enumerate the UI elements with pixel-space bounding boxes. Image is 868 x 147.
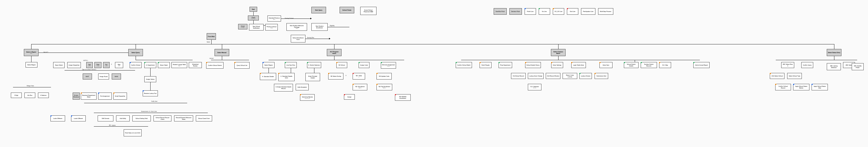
- node-label: Attended Previousyear: [269, 17, 280, 20]
- node-label: Zonedchange: [241, 25, 245, 28]
- node-label: Assign Route: [99, 76, 108, 77]
- node-label: Query School List: [237, 65, 247, 66]
- node-start: Start: [250, 7, 257, 12]
- node: Looks Different: [51, 116, 65, 121]
- node: Info Box: [24, 93, 35, 98]
- node-label: Record/General Welcome Sheet: [175, 117, 192, 120]
- legend-item: Finish Line: [525, 8, 536, 15]
- node: Scheduled Review: [189, 62, 202, 68]
- node-label: Previous Schoolheld: [267, 26, 276, 29]
- node: Mapview: [115, 62, 123, 68]
- connector: [211, 60, 249, 60]
- node-label: Select Campus Match: [552, 51, 564, 54]
- node: A- Standard Details: [260, 73, 276, 80]
- node-label: Skill Domain: [102, 118, 109, 119]
- edge-label: manual: [209, 58, 214, 59]
- edge-label: if: [111, 64, 112, 65]
- node-label: Lookup Zone Change: [529, 75, 542, 77]
- node-label: ND- Valueis: [356, 75, 362, 78]
- edge-label: Type of a school -NOTE 2-: [82, 69, 97, 70]
- node-label: Admin Annual Report: [695, 64, 708, 66]
- legend: Start/End Point Decision Point Finish Li…: [494, 8, 613, 15]
- node: A- Standard Details GGG: [278, 73, 294, 81]
- node-label: ALF Program Admit: [328, 51, 340, 54]
- node: ND-Trig Enrollmentopens: [376, 84, 392, 90]
- edge-label: Eligibility: [329, 25, 335, 26]
- node: Review Lookup Tableinput: [172, 62, 187, 68]
- node: Dateverify: [94, 62, 101, 68]
- node-label: S.D. Selectionreturns: [530, 86, 539, 89]
- node-label: Old School Record: [513, 75, 524, 77]
- legend-label: End Line: [570, 10, 575, 12]
- node-label: Info Box: [27, 95, 32, 96]
- node-label: Confirm School Match: [457, 64, 470, 66]
- node-label: Login Fields Enter: [573, 64, 584, 66]
- node: Assign Code: [359, 62, 369, 68]
- legend-label: Participation Line: [583, 10, 593, 12]
- legend-item: Decision Point: [509, 8, 522, 15]
- node-label: Checkcondition: [251, 17, 255, 20]
- node: Depot Select: [53, 62, 65, 68]
- node: Apply School Status Before: [793, 84, 809, 90]
- node: WAIT: [83, 74, 92, 79]
- connector: [84, 103, 187, 103]
- node: MAIN: [112, 74, 121, 79]
- node-enrollment-form: School Enrollment Form: [291, 35, 305, 43]
- connector: [314, 68, 314, 73]
- node-label: ND School: [339, 64, 345, 66]
- node-label: Assign Values: [146, 78, 154, 80]
- connector: [253, 11, 254, 16]
- node: Looks Different: [71, 116, 86, 121]
- node-label: Select Query: [131, 52, 140, 53]
- node: AAA Select School: [770, 73, 784, 79]
- node: School Guest Form: [196, 116, 212, 121]
- legend-label: Start/End Point: [496, 10, 505, 12]
- node: A- Department: [144, 62, 156, 68]
- node: Put Assignment: [98, 93, 112, 100]
- node-label: Adds Exception: [298, 86, 307, 88]
- node: Receive Lookup Tool: [143, 90, 158, 96]
- connector: [211, 40, 212, 44]
- section-label: Assessment -A- from Line: [141, 111, 157, 112]
- connector: [334, 56, 335, 60]
- legend-label: DO_NO Line: [555, 10, 563, 12]
- node: Assign: [344, 94, 355, 100]
- node: Admin Annual Report: [693, 62, 710, 68]
- node-label: Submission End: [596, 75, 606, 77]
- node: ND School: [336, 62, 347, 68]
- node-label: Mapview: [118, 64, 120, 67]
- node: ND-Validate Enrollment: [395, 94, 411, 101]
- node-label: 3 Digit: [14, 95, 18, 96]
- node: Record/General Welcome Sheet: [174, 116, 193, 121]
- node-label: Confirm School Record: [776, 85, 790, 89]
- node-label: School Finder: [342, 9, 351, 11]
- legend-label: No Line: [542, 10, 547, 12]
- node-label: MAIN: [115, 76, 118, 77]
- node: School District Details: [624, 62, 639, 68]
- node: S.D. Map: [659, 62, 671, 68]
- connector: [94, 126, 148, 127]
- node-label: Not valid: [105, 64, 107, 67]
- node-label: ABC Select Row C: [782, 64, 793, 67]
- node-label: Enter Settings: [553, 64, 561, 66]
- node: Confirm School Match: [456, 62, 472, 68]
- connector: [461, 60, 700, 60]
- node-zoned-change: Zonedchange: [238, 24, 247, 29]
- node-check: Checkcondition: [248, 16, 259, 20]
- node-label: Zoned School Placement BBB: [361, 9, 375, 13]
- node-label: School Enrollment Form: [292, 37, 304, 40]
- lane1-header: Select a Regionmain: [24, 49, 38, 56]
- node-label: ABC Joining Selection: [828, 65, 840, 68]
- node-label: Looks Different: [74, 118, 83, 119]
- node-label: A-Assign Standard Details Record: [275, 86, 292, 89]
- node-label: ND-Zone Assignmentcheck: [382, 64, 395, 67]
- node: ABC Joining Selection: [827, 63, 841, 70]
- node-previous: Attended Previousyear: [268, 16, 281, 22]
- node-prev-school: Previous Schoolheld: [265, 24, 278, 30]
- node-label: ND-Validate Enrollment: [396, 96, 410, 99]
- connector: [281, 19, 311, 19]
- node-label: Scheduled Review: [190, 64, 201, 67]
- node-label: Assign Code: [360, 64, 368, 66]
- node: Assign Route: [98, 74, 109, 79]
- node: Confirm School: [130, 62, 142, 68]
